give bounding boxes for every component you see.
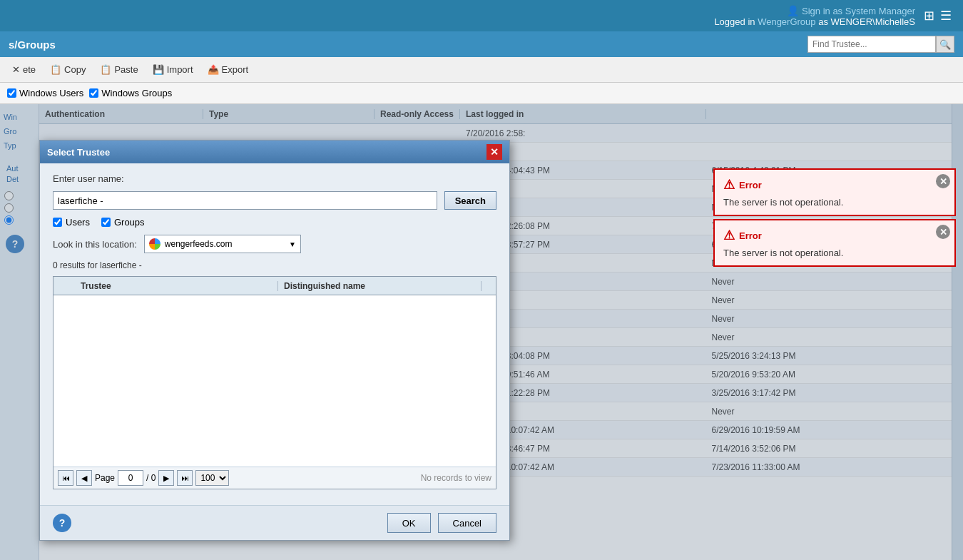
chevron-down-icon: ▼ — [289, 240, 296, 248]
top-icons: ⊞ ☰ — [924, 8, 952, 24]
result-table-header: Trustee Distinguished name — [54, 277, 496, 295]
error-message-1: The server is not operational. — [723, 197, 933, 208]
groups-checkbox[interactable] — [101, 218, 111, 227]
dialog-footer: ? OK Cancel — [40, 505, 509, 540]
cancel-button[interactable]: Cancel — [438, 513, 496, 533]
error-box-2: ⚠ Error The server is not operational. ✕ — [713, 219, 956, 267]
next-page-button[interactable]: ▶ — [158, 470, 174, 486]
groups-checkbox-label[interactable]: Groups — [101, 217, 145, 228]
warning-icon-2: ⚠ — [723, 228, 735, 243]
pagination-bar: ⏮ ◀ Page / 0 ▶ ⏭ 100 50 25 — [54, 467, 496, 489]
result-col-distinguished: Distinguished name — [278, 281, 482, 291]
users-checkbox-label[interactable]: Users — [53, 217, 90, 228]
paste-button[interactable]: 📋 Paste — [93, 61, 144, 78]
result-table: Trustee Distinguished name ⏮ ◀ Page — [53, 276, 496, 489]
import-icon: 💾 — [153, 64, 164, 75]
prev-page-button[interactable]: ◀ — [76, 470, 92, 486]
export-button[interactable]: 📤 Export — [201, 61, 255, 78]
page-title: s/Groups — [9, 39, 56, 51]
username-input-row: Search — [53, 191, 496, 210]
filter-bar: Windows Users Windows Groups — [0, 83, 963, 104]
tenant-link[interactable]: WengerGroup — [758, 16, 815, 27]
result-count: 0 results for laserfiche - — [53, 260, 496, 270]
find-trustee-button[interactable]: 🔍 — [936, 36, 954, 53]
error-close-btn-1[interactable]: ✕ — [936, 174, 950, 188]
windows-users-checkbox-label[interactable]: Windows Users — [7, 88, 83, 98]
warning-icon-1: ⚠ — [723, 177, 735, 193]
ok-button[interactable]: OK — [387, 513, 431, 533]
export-icon: 📤 — [208, 64, 219, 75]
total-pages: / 0 — [146, 473, 156, 483]
menu-icon[interactable]: ☰ — [940, 8, 952, 24]
delete-button[interactable]: ✕ ete — [6, 61, 42, 78]
title-bar: s/Groups 🔍 — [0, 31, 963, 57]
username-row: Enter user name: — [53, 173, 496, 184]
users-checkbox[interactable] — [53, 218, 62, 227]
no-records-text: No records to view — [421, 473, 491, 483]
copy-icon: 📋 — [50, 64, 61, 75]
select-trustee-dialog: Select Trustee ✕ Enter user name: Search — [39, 140, 510, 541]
location-text: wengerfeeds.com — [165, 239, 285, 249]
location-select[interactable]: wengerfeeds.com ▼ — [144, 235, 301, 253]
top-bar: 👤 Sign in as System Manager Logged in We… — [0, 0, 963, 31]
find-trustee-input[interactable] — [807, 36, 936, 53]
page-label: Page — [95, 473, 115, 483]
checkbox-row: Users Groups — [53, 217, 496, 228]
page-input[interactable] — [118, 470, 143, 486]
import-button[interactable]: 💾 Import — [146, 61, 200, 78]
windows-groups-checkbox-label[interactable]: Windows Groups — [89, 88, 172, 98]
grid-icon[interactable]: ⊞ — [924, 8, 934, 24]
dialog-body: Enter user name: Search Users Groups — [40, 163, 509, 505]
copy-button[interactable]: 📋 Copy — [44, 61, 92, 78]
dialog-help-button[interactable]: ? — [53, 514, 71, 532]
username-text: WENGER\MichelleS — [831, 16, 915, 27]
sign-in-link[interactable]: 👤 Sign in as System Manager — [787, 6, 915, 16]
last-page-button[interactable]: ⏭ — [177, 470, 193, 486]
globe-icon — [149, 238, 160, 250]
pagination-controls: ⏮ ◀ Page / 0 ▶ ⏭ 100 50 25 — [58, 470, 229, 486]
location-label: Look in this location: — [53, 239, 137, 250]
error-title-1: ⚠ Error — [723, 177, 933, 193]
dialog-close-button[interactable]: ✕ — [486, 144, 502, 160]
error-close-btn-2[interactable]: ✕ — [936, 225, 950, 239]
error-box-1: ⚠ Error The server is not operational. ✕ — [713, 168, 956, 216]
error-title-2: ⚠ Error — [723, 228, 933, 243]
error-panel: ⚠ Error The server is not operational. ✕… — [713, 168, 956, 267]
paste-icon: 📋 — [100, 64, 111, 75]
result-col-trustee: Trustee — [75, 281, 278, 291]
username-label: Enter user name: — [53, 173, 124, 184]
search-button[interactable]: Search — [444, 191, 496, 210]
user-info: 👤 Sign in as System Manager Logged in We… — [714, 5, 915, 27]
location-row: Look in this location: wengerfeeds.com ▼ — [53, 235, 496, 253]
dialog-titlebar: Select Trustee ✕ — [40, 141, 509, 163]
windows-groups-checkbox[interactable] — [89, 88, 98, 98]
find-trustee-box: 🔍 — [807, 36, 954, 53]
page-size-select[interactable]: 100 50 25 — [195, 470, 229, 486]
result-table-body — [54, 295, 496, 467]
username-input[interactable] — [53, 191, 437, 210]
error-message-2: The server is not operational. — [723, 248, 933, 258]
delete-icon: ✕ — [12, 64, 20, 75]
dialog-title: Select Trustee — [47, 147, 110, 158]
first-page-button[interactable]: ⏮ — [58, 470, 73, 486]
windows-users-checkbox[interactable] — [7, 88, 16, 98]
logged-in-text: Logged in WengerGroup as WENGER\Michelle… — [714, 16, 915, 27]
toolbar: ✕ ete 📋 Copy 📋 Paste 💾 Import 📤 Export — [0, 57, 963, 83]
